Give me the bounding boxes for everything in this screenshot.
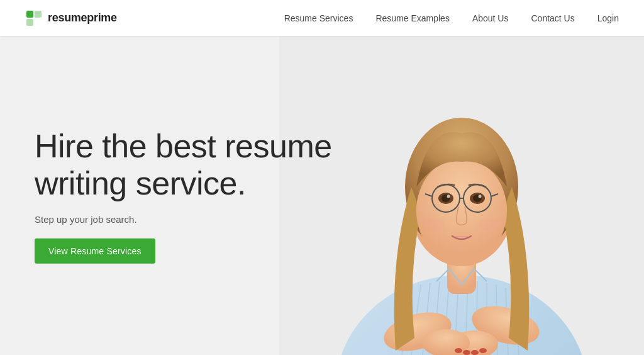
svg-point-22 xyxy=(463,350,470,355)
svg-rect-1 xyxy=(35,11,42,18)
logo[interactable]: resumeprime xyxy=(25,9,117,27)
svg-rect-2 xyxy=(26,19,33,26)
header: resumeprime Resume Services Resume Examp… xyxy=(0,0,644,36)
svg-point-38 xyxy=(447,195,450,198)
svg-rect-0 xyxy=(26,11,33,18)
hero-section: Hire the best resume writing service. St… xyxy=(0,36,644,355)
nav-login[interactable]: Login xyxy=(597,13,619,23)
logo-text: resumeprime xyxy=(48,11,117,25)
hero-subtext: Step up your job search. xyxy=(35,214,336,225)
nav-resume-services[interactable]: Resume Services xyxy=(284,13,353,23)
svg-point-21 xyxy=(455,348,462,353)
svg-point-39 xyxy=(479,195,482,198)
svg-point-23 xyxy=(471,350,479,355)
hero-headline: Hire the best resume writing service. xyxy=(35,127,336,203)
svg-point-28 xyxy=(416,158,507,264)
nav-resume-examples[interactable]: Resume Examples xyxy=(375,13,450,23)
main-nav: Resume Services Resume Examples About Us… xyxy=(284,13,619,23)
cta-button[interactable]: View Resume Services xyxy=(35,239,155,264)
svg-point-41 xyxy=(479,218,501,231)
svg-point-40 xyxy=(422,218,445,231)
hero-content: Hire the best resume writing service. St… xyxy=(35,127,336,264)
nav-contact-us[interactable]: Contact Us xyxy=(531,13,574,23)
logo-icon xyxy=(25,9,43,27)
nav-about-us[interactable]: About Us xyxy=(472,13,509,23)
svg-point-24 xyxy=(479,348,487,353)
